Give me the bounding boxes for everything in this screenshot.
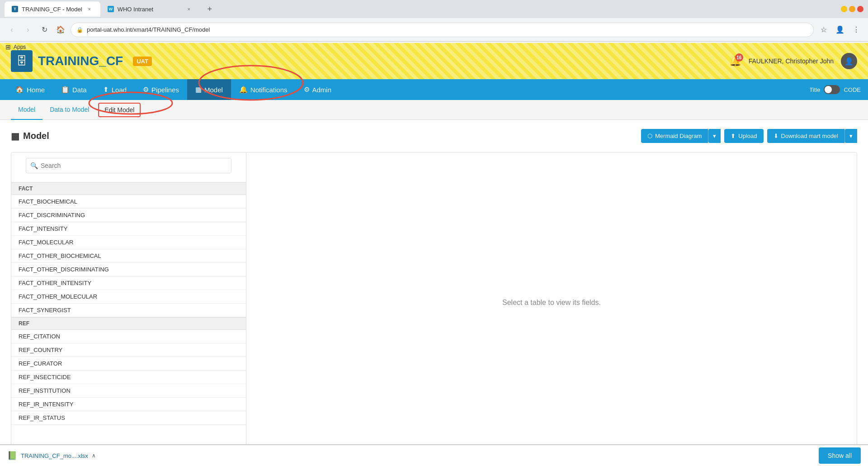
- home-button[interactable]: 🏠: [54, 24, 67, 36]
- app-title: TRAINING_CF: [38, 54, 123, 68]
- tab-title-2: WHO Intranet: [118, 6, 153, 13]
- list-item[interactable]: REF_COUNTRY: [11, 343, 246, 357]
- mermaid-icon: ⬡: [647, 133, 652, 139]
- reload-button[interactable]: ↻: [38, 24, 51, 36]
- apps-grid-icon: ⊞: [5, 43, 11, 51]
- minimize-button[interactable]: [841, 6, 847, 12]
- tab-title-1: TRAINING_CF - Model: [22, 6, 82, 13]
- panel-container: 🔍 FACT FACT_BIOCHEMICAL FACT_DISCRIMINAT…: [11, 152, 857, 453]
- apps-label: Apps: [14, 44, 26, 50]
- toggle-knob: [825, 86, 832, 93]
- nav-model-label: Model: [204, 86, 223, 94]
- nav-load-label: Load: [112, 86, 127, 94]
- download-filename: TRAINING_CF_mo....xlsx: [21, 452, 88, 459]
- list-item[interactable]: REF_IR_INTENSITY: [11, 398, 246, 411]
- nav-home-label: Home: [27, 86, 45, 94]
- tab-training-cf[interactable]: T TRAINING_CF - Model ×: [5, 1, 100, 17]
- list-item[interactable]: FACT_SYNERGIST: [11, 304, 246, 317]
- profile-button[interactable]: 👤: [834, 24, 846, 36]
- subnav-model-label: Model: [18, 106, 35, 113]
- tab-bar: T TRAINING_CF - Model × W WHO Intranet ×…: [0, 0, 868, 18]
- tab-close-1[interactable]: ×: [86, 5, 93, 13]
- search-icon: 🔍: [30, 162, 38, 169]
- mermaid-diagram-dropdown[interactable]: ▾: [708, 129, 721, 143]
- nav-admin[interactable]: ⚙ Admin: [296, 79, 340, 100]
- list-item[interactable]: FACT_OTHER_MOLECULAR: [11, 290, 246, 304]
- upload-label: Upload: [738, 133, 757, 139]
- home-icon: 🏠: [15, 86, 24, 94]
- list-item[interactable]: FACT_OTHER_BIOCHEMICAL: [11, 249, 246, 263]
- model-icon: ▦: [195, 86, 202, 94]
- list-item[interactable]: FACT_DISCRIMINATING: [11, 209, 246, 222]
- nav-model[interactable]: ▦ Model: [187, 79, 231, 100]
- mermaid-diagram-label: Mermaid Diagram: [655, 133, 702, 139]
- list-item[interactable]: REF_INSECTICIDE: [11, 371, 246, 384]
- load-icon: ⬆: [103, 86, 109, 94]
- data-icon: 📋: [61, 86, 70, 94]
- bookmark-button[interactable]: ☆: [817, 24, 830, 36]
- nav-load[interactable]: ⬆ Load: [95, 79, 135, 100]
- page-header: ▦ Model ⬡ Mermaid Diagram ▾: [11, 129, 857, 143]
- right-panel: Select a table to view its fields.: [246, 152, 857, 452]
- forward-button[interactable]: ›: [22, 24, 34, 36]
- download-item: 📗 TRAINING_CF_mo....xlsx ∧: [7, 451, 96, 461]
- list-item[interactable]: REF_INSTITUTION: [11, 384, 246, 398]
- list-item[interactable]: REF_CURATOR: [11, 357, 246, 371]
- back-button[interactable]: ‹: [5, 24, 18, 36]
- show-all-button[interactable]: Show all: [819, 447, 861, 464]
- notification-icon-area[interactable]: 🔔 16: [729, 55, 741, 67]
- nav-bar: 🏠 Home 📋 Data ⬆ Load ⚙ Pipelines ▦ Model…: [0, 79, 868, 100]
- tab-favicon-2: W: [108, 6, 114, 12]
- address-url: portal-uat.who.int/xmart4/TRAINING_CF/mo…: [87, 26, 210, 33]
- nav-home[interactable]: 🏠 Home: [7, 79, 53, 100]
- download-mart-model-group: ⬇ Download mart model ▾: [767, 129, 857, 143]
- code-label: CODE: [844, 86, 861, 93]
- list-item[interactable]: FACT_OTHER_INTENSITY: [11, 276, 246, 290]
- download-mart-model-button[interactable]: ⬇ Download mart model: [767, 129, 844, 143]
- new-tab-button[interactable]: +: [203, 3, 216, 15]
- nav-pipelines[interactable]: ⚙ Pipelines: [135, 79, 187, 100]
- tab-favicon-1: T: [12, 6, 18, 12]
- tab-who-intranet[interactable]: W WHO Intranet ×: [100, 1, 200, 17]
- page-title: ▦ Model: [11, 131, 49, 142]
- subnav-data-to-model-label: Data to Model: [50, 106, 89, 113]
- subnav-model[interactable]: Model: [11, 100, 42, 120]
- tab-close-2[interactable]: ×: [185, 5, 193, 13]
- page-content: ▦ Model ⬡ Mermaid Diagram ▾: [0, 120, 868, 466]
- address-bar[interactable]: 🔒 portal-uat.who.int/xmart4/TRAINING_CF/…: [71, 23, 814, 37]
- left-panel: 🔍 FACT FACT_BIOCHEMICAL FACT_DISCRIMINAT…: [11, 152, 246, 452]
- pipelines-icon: ⚙: [143, 86, 149, 94]
- nav-pipelines-label: Pipelines: [151, 86, 179, 94]
- menu-button[interactable]: ⋮: [850, 24, 863, 36]
- title-label: Title: [809, 86, 820, 93]
- mermaid-diagram-button[interactable]: ⬡ Mermaid Diagram: [641, 129, 708, 143]
- nav-notifications-label: Notifications: [250, 86, 288, 94]
- download-caret-icon[interactable]: ∧: [92, 452, 96, 459]
- nav-data[interactable]: 📋 Data: [53, 79, 95, 100]
- upload-icon: ⬆: [731, 133, 736, 139]
- list-item[interactable]: REF_CITATION: [11, 330, 246, 343]
- subnav-data-to-model[interactable]: Data to Model: [42, 100, 96, 120]
- search-box: 🔍: [26, 158, 231, 173]
- maximize-button[interactable]: [849, 6, 855, 12]
- select-table-message: Select a table to view its fields.: [502, 299, 601, 307]
- nav-notifications[interactable]: 🔔 Notifications: [231, 79, 296, 100]
- header-right: 🔔 16 FAULKNER, Christopher John 👤: [729, 53, 857, 69]
- list-item[interactable]: FACT_MOLECULAR: [11, 236, 246, 249]
- user-name: FAULKNER, Christopher John: [749, 57, 834, 65]
- list-item[interactable]: FACT_BIOCHEMICAL: [11, 195, 246, 209]
- list-item[interactable]: FACT_OTHER_DISCRIMINATING: [11, 263, 246, 276]
- app-header: 🗄 TRAINING_CF UAT 🔔 16 FAULKNER, Christo…: [0, 43, 868, 79]
- list-item[interactable]: FACT_INTENSITY: [11, 222, 246, 236]
- upload-button[interactable]: ⬆ Upload: [724, 129, 763, 143]
- close-window-button[interactable]: [857, 6, 863, 12]
- excel-icon: 📗: [7, 451, 17, 461]
- user-avatar[interactable]: 👤: [841, 53, 857, 69]
- title-toggle[interactable]: [824, 85, 840, 94]
- subnav-edit-model[interactable]: Edit Model: [98, 103, 141, 117]
- search-input[interactable]: [26, 158, 231, 173]
- download-mart-model-dropdown[interactable]: ▾: [844, 129, 857, 143]
- list-item[interactable]: REF_IR_STATUS: [11, 411, 246, 425]
- download-bar: 📗 TRAINING_CF_mo....xlsx ∧ Show all: [0, 444, 868, 466]
- notifications-icon: 🔔: [239, 86, 248, 94]
